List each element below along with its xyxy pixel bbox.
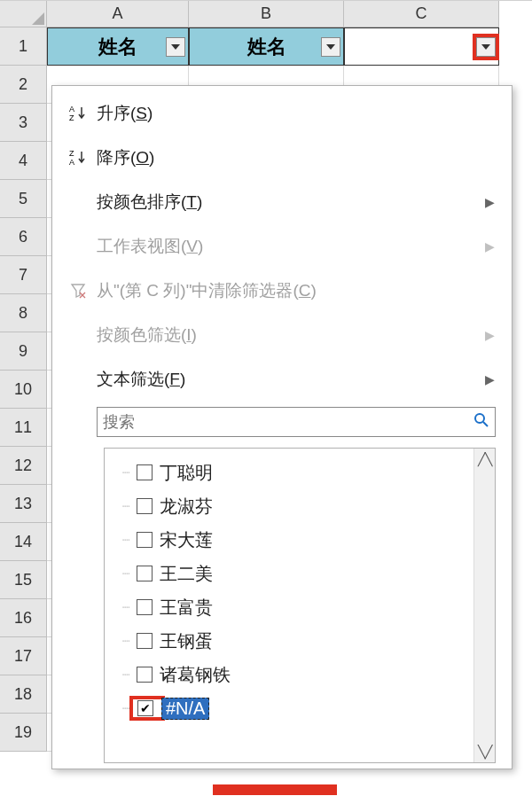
svg-text:Z: Z <box>69 113 74 122</box>
item-label: 宋大莲 <box>160 528 213 552</box>
menu-clear-filter: 从"(第 C 列)"中清除筛选器(C) <box>52 269 512 313</box>
row-header-15[interactable]: 15 <box>0 561 47 599</box>
sort-asc-icon: AZ <box>61 104 97 123</box>
sort-desc-icon: ZA <box>61 148 97 168</box>
list-item[interactable]: ┈王钢蛋 <box>122 624 473 658</box>
clear-filter-icon <box>61 281 97 300</box>
row-header-4[interactable]: 4 <box>0 142 47 180</box>
svg-text:A: A <box>69 105 74 113</box>
row-header-18[interactable]: 18 <box>0 675 47 714</box>
col-header-A[interactable]: A <box>47 1 189 27</box>
list-item[interactable]: ┈丁聪明 <box>122 456 473 489</box>
menu-sheet-view: 工作表视图(V) ▶ <box>52 224 512 269</box>
checkbox[interactable] <box>137 633 153 649</box>
row-header-6[interactable]: 6 <box>0 218 47 256</box>
menu-filter-color: 按颜色筛选(I) ▶ <box>52 313 512 357</box>
list-item[interactable]: ┈龙淑芬 <box>122 489 473 523</box>
row-header-11[interactable]: 11 <box>0 409 47 447</box>
scrollbar[interactable]: ╱╲ ╲╱ <box>473 449 495 762</box>
checkbox[interactable] <box>137 566 153 581</box>
item-label: 龙淑芬 <box>160 495 213 519</box>
checkbox[interactable] <box>137 599 153 615</box>
tree-connector: ┈ <box>122 634 133 648</box>
list-item[interactable]: ┈宋大莲 <box>122 523 473 557</box>
checkbox[interactable] <box>137 498 153 514</box>
tree-connector: ┈ <box>122 533 133 547</box>
menu-sort-asc-label: 升序(S) <box>97 102 503 125</box>
filter-button-C[interactable] <box>476 37 496 57</box>
scroll-down-icon[interactable]: ╲╱ <box>474 741 495 762</box>
menu-clear-filter-label: 从"(第 C 列)"中清除筛选器(C) <box>97 279 503 302</box>
col-header-C[interactable]: C <box>344 1 499 27</box>
menu-text-filter-label: 文本筛选(F) <box>97 368 485 391</box>
list-item[interactable]: ┈王二美 <box>122 557 473 590</box>
filter-button-A[interactable] <box>166 37 185 57</box>
row-header-2[interactable]: 2 <box>0 66 47 104</box>
tree-connector: ┈ <box>122 667 133 682</box>
cell-A1-text: 姓名 <box>98 34 137 60</box>
cell-B1[interactable]: 姓名 <box>189 27 344 66</box>
scroll-up-icon[interactable]: ╱╲ <box>474 449 495 470</box>
cell-C1[interactable] <box>344 27 499 66</box>
row-header-5[interactable]: 5 <box>0 180 47 218</box>
row-header-14[interactable]: 14 <box>0 523 47 561</box>
item-label: 王二美 <box>160 562 213 586</box>
menu-sort-desc-label: 降序(O) <box>97 146 503 169</box>
filter-values-list: ┈丁聪明┈龙淑芬┈宋大莲┈王二美┈王富贵┈王钢蛋┈诸葛钢铁┈#N/A ╱╲ ╲╱ <box>104 448 496 763</box>
menu-text-filter[interactable]: 文本筛选(F) ▶ <box>52 357 512 402</box>
filter-menu: AZ 升序(S) ZA 降序(O) 按颜色排序(T) ▶ 工作表视图(V) ▶ … <box>51 85 512 769</box>
row-header-9[interactable]: 9 <box>0 332 47 371</box>
menu-filter-color-label: 按颜色筛选(I) <box>97 324 485 347</box>
item-label-na: #N/A <box>161 698 209 720</box>
row-header-16[interactable]: 16 <box>0 599 47 637</box>
tree-connector: ┈ <box>122 465 133 480</box>
row-header-1[interactable]: 1 <box>0 27 47 66</box>
search-icon[interactable] <box>470 412 489 433</box>
menu-sort-color-label: 按颜色排序(T) <box>97 191 485 214</box>
search-input-wrap[interactable] <box>97 407 496 437</box>
svg-text:A: A <box>69 158 74 167</box>
checkbox[interactable] <box>137 532 153 548</box>
tree-connector: ┈ <box>122 600 133 614</box>
submenu-arrow-icon: ▶ <box>485 195 503 209</box>
tree-connector: ┈ <box>122 566 133 581</box>
item-label: 丁聪明 <box>160 461 213 485</box>
checkbox[interactable] <box>137 700 153 716</box>
item-label: 王富贵 <box>160 596 213 620</box>
select-all-corner[interactable] <box>0 1 47 27</box>
item-label: 王钢蛋 <box>160 629 213 653</box>
row-header-8[interactable]: 8 <box>0 294 47 332</box>
search-input[interactable] <box>103 413 470 432</box>
list-item[interactable]: ┈诸葛钢铁 <box>122 658 473 691</box>
highlight-bar <box>213 784 337 795</box>
cell-B1-text: 姓名 <box>247 34 286 60</box>
menu-sort-asc[interactable]: AZ 升序(S) <box>52 91 512 136</box>
submenu-arrow-icon: ▶ <box>485 372 503 386</box>
submenu-arrow-icon: ▶ <box>485 239 503 254</box>
row-header-19[interactable]: 19 <box>0 714 47 752</box>
checkbox[interactable] <box>137 464 153 480</box>
item-label: 诸葛钢铁 <box>160 663 231 687</box>
row-header-3[interactable]: 3 <box>0 104 47 142</box>
row-header-12[interactable]: 12 <box>0 447 47 485</box>
submenu-arrow-icon: ▶ <box>485 328 503 342</box>
list-item[interactable]: ┈王富贵 <box>122 590 473 624</box>
tree-connector: ┈ <box>122 701 133 715</box>
svg-text:Z: Z <box>69 149 74 158</box>
row-header-13[interactable]: 13 <box>0 485 47 523</box>
cell-A1[interactable]: 姓名 <box>47 27 189 66</box>
checkbox[interactable] <box>137 667 153 683</box>
tree-connector: ┈ <box>122 499 133 513</box>
menu-sort-color[interactable]: 按颜色排序(T) ▶ <box>52 180 512 224</box>
row-header-10[interactable]: 10 <box>0 371 47 409</box>
menu-sheet-view-label: 工作表视图(V) <box>97 235 485 258</box>
row-header-17[interactable]: 17 <box>0 637 47 675</box>
filter-button-B[interactable] <box>321 37 340 57</box>
menu-sort-desc[interactable]: ZA 降序(O) <box>52 136 512 180</box>
svg-point-4 <box>475 414 484 423</box>
list-item[interactable]: ┈#N/A <box>122 691 473 725</box>
row-header-7[interactable]: 7 <box>0 256 47 294</box>
col-header-B[interactable]: B <box>189 1 344 27</box>
